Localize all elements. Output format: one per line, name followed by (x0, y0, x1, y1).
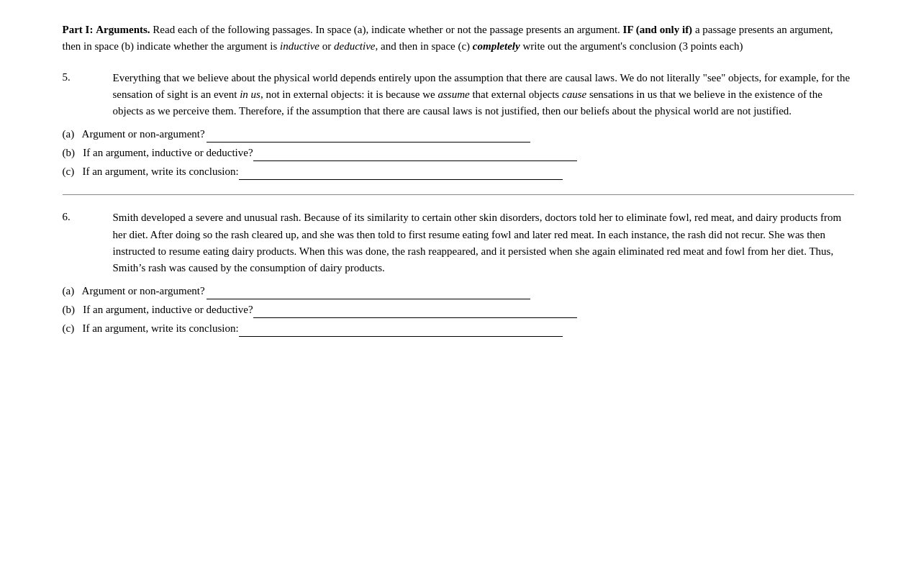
q6a-label: (a) Argument or non-argument? (63, 285, 207, 299)
question-6-row: 6. Smith developed a severe and unusual … (63, 209, 854, 276)
q6a-line[interactable] (207, 285, 530, 299)
q6b-row: (b) If an argument, inductive or deducti… (63, 304, 854, 318)
question-6-answers: (a) Argument or non-argument? (b) If an … (63, 285, 854, 337)
inductive-text: inductive (280, 40, 319, 52)
q5c-row: (c) If an argument, write its conclusion… (63, 166, 854, 180)
q6b-label: (b) If an argument, inductive or deducti… (63, 304, 253, 318)
intro-text: Read each of the following passages. In … (153, 24, 622, 35)
q5a-line[interactable] (207, 128, 530, 143)
question-5-row: 5. Everything that we believe about the … (63, 70, 854, 120)
part-label: Part I: (63, 24, 94, 35)
question-6-text: Smith developed a severe and unusual ras… (113, 209, 854, 276)
part-header: Part I: Arguments. Read each of the foll… (63, 22, 854, 55)
if-text: IF (and only if) (623, 24, 693, 35)
question-5-block: 5. Everything that we believe about the … (63, 70, 854, 181)
question-5-number: 5. (63, 70, 113, 83)
page-content: Part I: Arguments. Read each of the foll… (63, 22, 854, 337)
q6c-line[interactable] (239, 322, 563, 337)
q5a-row: (a) Argument or non-argument? (63, 128, 854, 143)
q6b-line[interactable] (253, 304, 577, 318)
q5b-label: (b) If an argument, inductive or deducti… (63, 147, 253, 161)
q5-cause: cause (562, 89, 586, 100)
question-6-number: 6. (63, 209, 113, 223)
part-title: Arguments. (96, 24, 150, 35)
q6c-label: (c) If an argument, write its conclusion… (63, 322, 239, 337)
deductive-text: deductive (334, 40, 375, 52)
q5-in-us: in us (240, 89, 260, 100)
q5a-label: (a) Argument or non-argument? (63, 128, 207, 143)
question-5-text: Everything that we believe about the phy… (113, 70, 854, 120)
q5c-line[interactable] (239, 166, 563, 180)
q5b-line[interactable] (253, 147, 577, 161)
write-out-text: write out the argument's conclusion (3 p… (520, 40, 743, 52)
q5c-label: (c) If an argument, write its conclusion… (63, 166, 239, 180)
section-divider (63, 194, 854, 195)
q5b-row: (b) If an argument, inductive or deducti… (63, 147, 854, 161)
or-text: or (319, 40, 334, 52)
q5-assume: assume (438, 89, 470, 100)
end-text: , and then in space (c) (376, 40, 473, 52)
question-5-answers: (a) Argument or non-argument? (b) If an … (63, 128, 854, 180)
q6c-row: (c) If an argument, write its conclusion… (63, 322, 854, 337)
q6a-row: (a) Argument or non-argument? (63, 285, 854, 299)
completely-text: completely (473, 40, 520, 52)
question-6-block: 6. Smith developed a severe and unusual … (63, 209, 854, 337)
